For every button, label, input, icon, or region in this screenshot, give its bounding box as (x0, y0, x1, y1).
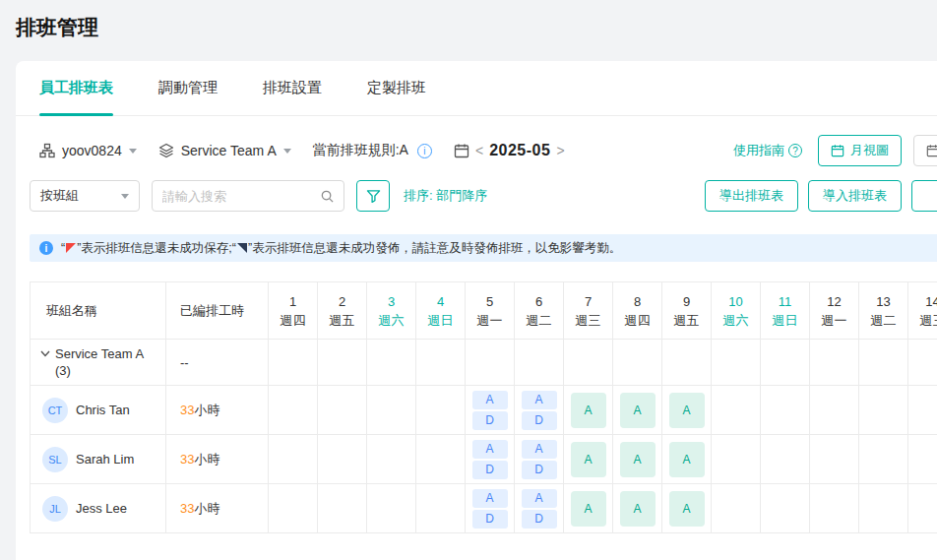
empty-shift-cell[interactable] (367, 340, 416, 386)
shift-cell[interactable]: AD (466, 484, 515, 533)
empty-shift-cell[interactable] (269, 484, 318, 533)
empty-shift-cell[interactable] (908, 435, 937, 484)
shift-badge[interactable]: A (472, 440, 508, 459)
calendar-icon (831, 144, 844, 157)
shift-cell[interactable]: AD (466, 386, 515, 435)
empty-shift-cell[interactable] (859, 340, 908, 386)
shift-cell[interactable]: A (662, 386, 712, 435)
group-by-select[interactable]: 按班組 (30, 180, 140, 212)
shift-badge[interactable]: A (571, 491, 606, 527)
shift-cell[interactable]: A (613, 484, 662, 533)
shift-cell[interactable]: AD (515, 484, 564, 533)
empty-shift-cell[interactable] (416, 340, 466, 386)
shift-cell[interactable]: A (613, 386, 662, 435)
empty-shift-cell[interactable] (712, 386, 761, 435)
empty-shift-cell[interactable] (810, 386, 859, 435)
empty-shift-cell[interactable] (761, 484, 810, 533)
shift-badge[interactable]: A (522, 489, 557, 508)
prev-month-button[interactable]: < (469, 143, 489, 158)
empty-shift-cell[interactable] (908, 386, 937, 435)
empty-shift-cell[interactable] (810, 435, 859, 484)
empty-shift-cell[interactable] (318, 340, 367, 386)
usage-guide-link[interactable]: 使用指南 ? (733, 142, 802, 159)
empty-shift-cell[interactable] (859, 435, 908, 484)
group-toggle[interactable]: Service Team A (3) (31, 340, 165, 385)
shift-badge[interactable]: A (522, 391, 557, 409)
shift-badge[interactable]: A (522, 440, 557, 459)
group-name-cell: Service Team A (3) (31, 340, 166, 386)
shift-badge[interactable]: D (522, 411, 557, 430)
tab-transfer-management[interactable]: 調動管理 (158, 61, 218, 115)
shift-badge[interactable]: A (571, 442, 606, 477)
search-icon[interactable] (320, 189, 335, 204)
export-schedule-button[interactable]: 導出排班表 (705, 180, 798, 212)
empty-shift-cell[interactable] (515, 340, 564, 386)
shift-badge[interactable]: A (669, 393, 705, 428)
month-view-button[interactable]: 月視圖 (818, 135, 902, 166)
empty-shift-cell[interactable] (466, 340, 515, 386)
search-input[interactable] (162, 189, 320, 204)
empty-shift-cell[interactable] (761, 435, 810, 484)
shift-badge[interactable]: A (472, 489, 508, 508)
empty-shift-cell[interactable] (761, 340, 810, 386)
empty-shift-cell[interactable] (859, 484, 908, 533)
sort-indicator[interactable]: 排序: 部門降序 (404, 187, 487, 205)
shift-cell[interactable]: AD (515, 386, 564, 435)
shift-cell[interactable]: A (662, 484, 712, 533)
tab-custom-schedule[interactable]: 定製排班 (367, 61, 426, 115)
shift-badge[interactable]: A (620, 442, 656, 477)
more-actions-button-partial[interactable] (911, 180, 937, 212)
empty-shift-cell[interactable] (269, 386, 318, 435)
empty-shift-cell[interactable] (416, 484, 466, 533)
import-schedule-button[interactable]: 導入排班表 (808, 180, 902, 212)
empty-shift-cell[interactable] (712, 484, 761, 533)
empty-shift-cell[interactable] (269, 435, 318, 484)
shift-cell[interactable]: AD (515, 435, 564, 484)
tab-employee-schedule[interactable]: 員工排班表 (39, 61, 113, 115)
empty-shift-cell[interactable] (662, 340, 712, 386)
empty-shift-cell[interactable] (908, 484, 937, 533)
shift-badge[interactable]: A (620, 393, 656, 428)
empty-shift-cell[interactable] (269, 340, 318, 386)
shift-badge[interactable]: D (522, 510, 557, 529)
empty-shift-cell[interactable] (416, 386, 466, 435)
shift-cell[interactable]: A (564, 484, 613, 533)
secondary-view-button-partial[interactable] (913, 135, 937, 166)
empty-shift-cell[interactable] (564, 340, 613, 386)
shift-badge[interactable]: A (669, 491, 705, 527)
empty-shift-cell[interactable] (810, 484, 859, 533)
shift-cell[interactable]: AD (466, 435, 515, 484)
shift-badge[interactable]: A (472, 391, 508, 409)
empty-shift-cell[interactable] (318, 435, 367, 484)
org-selector[interactable]: yoov0824 (39, 143, 137, 158)
empty-shift-cell[interactable] (367, 435, 416, 484)
shift-badge[interactable]: A (620, 491, 656, 527)
empty-shift-cell[interactable] (613, 340, 662, 386)
empty-shift-cell[interactable] (761, 386, 810, 435)
team-selector[interactable]: Service Team A (158, 143, 291, 158)
shift-badge[interactable]: A (571, 393, 606, 428)
empty-shift-cell[interactable] (908, 340, 937, 386)
empty-shift-cell[interactable] (859, 386, 908, 435)
empty-shift-cell[interactable] (416, 435, 466, 484)
filter-button[interactable] (356, 180, 390, 212)
empty-shift-cell[interactable] (318, 484, 367, 533)
shift-cell[interactable]: A (564, 386, 613, 435)
empty-shift-cell[interactable] (712, 340, 761, 386)
empty-shift-cell[interactable] (367, 386, 416, 435)
shift-badge[interactable]: D (522, 461, 557, 479)
shift-cell[interactable]: A (662, 435, 712, 484)
empty-shift-cell[interactable] (367, 484, 416, 533)
shift-cell[interactable]: A (564, 435, 613, 484)
empty-shift-cell[interactable] (810, 340, 859, 386)
tab-schedule-settings[interactable]: 排班設置 (263, 61, 322, 115)
shift-badge[interactable]: D (472, 510, 508, 529)
next-month-button[interactable]: > (550, 143, 570, 158)
empty-shift-cell[interactable] (318, 386, 367, 435)
shift-badge[interactable]: A (669, 442, 705, 477)
shift-badge[interactable]: D (472, 411, 508, 430)
shift-cell[interactable]: A (613, 435, 662, 484)
shift-badge[interactable]: D (472, 461, 508, 479)
info-circle-icon[interactable]: i (417, 144, 432, 158)
empty-shift-cell[interactable] (712, 435, 761, 484)
